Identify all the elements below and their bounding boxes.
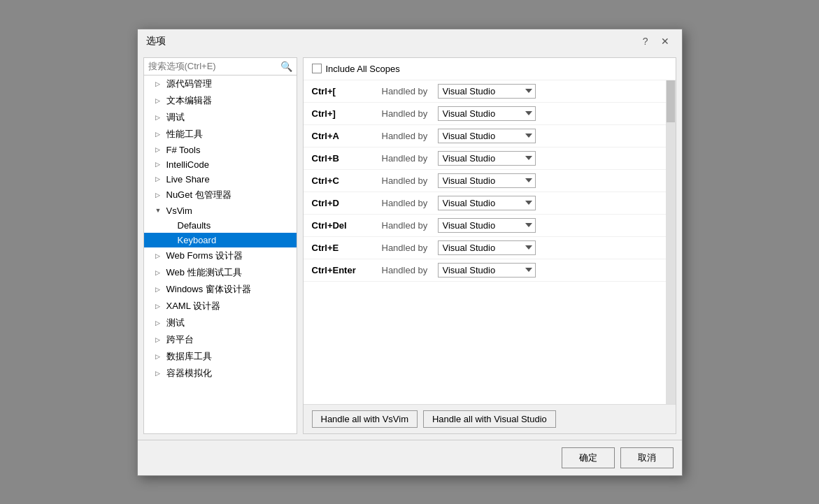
handled-by-label-4: Handled by — [382, 175, 438, 186]
keybinding-row-6: Ctrl+DelHandled byVisual StudioVsVim — [304, 215, 666, 237]
tree-arrow-12: ▷ — [155, 269, 164, 276]
tree-item-12[interactable]: ▷Web 性能测试工具 — [144, 264, 297, 281]
handled-by-label-7: Handled by — [382, 243, 438, 253]
key-combo-3: Ctrl+B — [312, 153, 382, 164]
tree-arrow-15: ▷ — [155, 319, 164, 326]
tree-item-8[interactable]: ▼VsVim — [144, 203, 297, 218]
tree-arrow-11: ▷ — [155, 252, 164, 259]
include-all-scopes-checkbox[interactable] — [312, 64, 322, 73]
keybinding-row-4: Ctrl+CHandled byVisual StudioVsVim — [304, 170, 666, 192]
keybinding-row-3: Ctrl+BHandled byVisual StudioVsVim — [304, 147, 666, 170]
handler-select-1[interactable]: Visual StudioVsVim — [438, 106, 536, 121]
tree-item-label-11: Web Forms 设计器 — [166, 250, 243, 262]
tree-item-4[interactable]: ▷F# Tools — [144, 143, 297, 157]
help-button[interactable]: ? — [639, 35, 653, 48]
tree-item-13[interactable]: ▷Windows 窗体设计器 — [144, 281, 297, 298]
tree-item-14[interactable]: ▷XAML 设计器 — [144, 298, 297, 315]
handled-by-label-6: Handled by — [382, 220, 438, 231]
tree-item-label-1: 文本编辑器 — [166, 94, 212, 107]
tree-item-label-5: IntelliCode — [166, 159, 209, 170]
key-combo-2: Ctrl+A — [312, 131, 382, 141]
tree-item-3[interactable]: ▷性能工具 — [144, 126, 297, 143]
tree-item-label-14: XAML 设计器 — [166, 300, 221, 312]
keybinding-row-5: Ctrl+DHandled byVisual StudioVsVim — [304, 192, 666, 215]
handler-select-4[interactable]: Visual StudioVsVim — [438, 173, 536, 188]
confirm-button[interactable]: 确定 — [562, 447, 615, 468]
tree-item-5[interactable]: ▷IntelliCode — [144, 157, 297, 172]
keybindings-list: Ctrl+[Handled byVisual StudioVsVimCtrl+]… — [304, 80, 666, 404]
tree-item-11[interactable]: ▷Web Forms 设计器 — [144, 247, 297, 264]
tree-item-16[interactable]: ▷跨平台 — [144, 331, 297, 348]
key-combo-6: Ctrl+Del — [312, 220, 382, 231]
tree-item-label-7: NuGet 包管理器 — [166, 189, 232, 201]
tree-arrow-3: ▷ — [155, 131, 164, 138]
tree-item-label-8: VsVim — [166, 206, 192, 216]
handled-by-label-8: Handled by — [382, 265, 438, 275]
tree-item-label-10: Keyboard — [178, 235, 217, 245]
tree-item-18[interactable]: ▷容器模拟化 — [144, 365, 297, 382]
tree-item-9[interactable]: Defaults — [144, 218, 297, 233]
handled-by-label-2: Handled by — [382, 131, 438, 141]
tree-arrow-1: ▷ — [155, 97, 164, 104]
tree-item-label-3: 性能工具 — [166, 128, 203, 141]
tree-arrow-17: ▷ — [155, 353, 164, 360]
title-bar-controls: ? ✕ — [639, 35, 674, 48]
left-panel: 🔍 ▷源代码管理▷文本编辑器▷调试▷性能工具▷F# Tools▷IntelliC… — [143, 57, 297, 434]
key-combo-5: Ctrl+D — [312, 198, 382, 208]
tree-item-17[interactable]: ▷数据库工具 — [144, 348, 297, 365]
cancel-button[interactable]: 取消 — [620, 447, 674, 468]
handler-select-8[interactable]: Visual StudioVsVim — [438, 263, 536, 278]
tree-item-label-2: 调试 — [166, 111, 185, 124]
tree-arrow-16: ▷ — [155, 336, 164, 343]
close-button[interactable]: ✕ — [657, 35, 674, 48]
handled-by-label-5: Handled by — [382, 198, 438, 208]
tree-arrow-8: ▼ — [155, 207, 164, 214]
tree-item-10[interactable]: Keyboard — [144, 233, 297, 247]
search-box: 🔍 — [144, 58, 297, 75]
handler-select-0[interactable]: Visual StudioVsVim — [438, 84, 536, 99]
options-dialog: 选项 ? ✕ 🔍 ▷源代码管理▷文本编辑器▷调试▷性能工具▷F# Tools▷I… — [137, 29, 683, 476]
dialog-footer: 确定 取消 — [138, 440, 682, 475]
keybinding-row-8: Ctrl+EnterHandled byVisual StudioVsVim — [304, 259, 666, 282]
tree-item-label-17: 数据库工具 — [166, 350, 212, 363]
scrollbar-thumb — [667, 80, 675, 122]
handle-vsvim-button[interactable]: Handle all with VsVim — [312, 410, 418, 428]
keybinding-row-2: Ctrl+AHandled byVisual StudioVsVim — [304, 125, 666, 147]
dialog-body: 🔍 ▷源代码管理▷文本编辑器▷调试▷性能工具▷F# Tools▷IntelliC… — [138, 52, 682, 440]
include-all-scopes-label: Include All Scopes — [326, 64, 400, 74]
tree-item-1[interactable]: ▷文本编辑器 — [144, 92, 297, 109]
key-combo-1: Ctrl+] — [312, 108, 382, 119]
key-combo-7: Ctrl+E — [312, 243, 382, 253]
key-combo-0: Ctrl+[ — [312, 86, 382, 96]
handler-select-3[interactable]: Visual StudioVsVim — [438, 151, 536, 166]
tree-item-15[interactable]: ▷测试 — [144, 315, 297, 331]
keybinding-row-7: Ctrl+EHandled byVisual StudioVsVim — [304, 237, 666, 259]
tree-arrow-14: ▷ — [155, 303, 164, 310]
tree-item-label-9: Defaults — [178, 220, 211, 231]
handler-select-6[interactable]: Visual StudioVsVim — [438, 218, 536, 233]
tree-item-7[interactable]: ▷NuGet 包管理器 — [144, 187, 297, 203]
handled-by-label-0: Handled by — [382, 86, 438, 96]
tree-item-label-6: Live Share — [166, 174, 210, 185]
tree-arrow-13: ▷ — [155, 286, 164, 293]
handler-select-2[interactable]: Visual StudioVsVim — [438, 129, 536, 143]
key-combo-4: Ctrl+C — [312, 175, 382, 186]
title-bar: 选项 ? ✕ — [138, 29, 682, 52]
tree-item-6[interactable]: ▷Live Share — [144, 172, 297, 187]
search-input[interactable] — [148, 61, 278, 71]
handle-vs-button[interactable]: Handle all with Visual Studio — [423, 410, 556, 428]
bottom-buttons: Handle all with VsVim Handle all with Vi… — [304, 404, 676, 433]
scrollbar[interactable] — [666, 80, 676, 404]
tree-arrow-4: ▷ — [155, 146, 164, 153]
tree-item-0[interactable]: ▷源代码管理 — [144, 75, 297, 92]
tree-item-label-13: Windows 窗体设计器 — [166, 283, 251, 296]
scope-row: Include All Scopes — [304, 58, 676, 80]
tree-arrow-0: ▷ — [155, 80, 164, 87]
handler-select-7[interactable]: Visual StudioVsVim — [438, 240, 536, 255]
tree-item-label-0: 源代码管理 — [166, 78, 212, 90]
tree-arrow-6: ▷ — [155, 175, 164, 182]
tree-arrow-7: ▷ — [155, 192, 164, 199]
tree-item-2[interactable]: ▷调试 — [144, 109, 297, 126]
handler-select-5[interactable]: Visual StudioVsVim — [438, 196, 536, 210]
handled-by-label-1: Handled by — [382, 108, 438, 119]
